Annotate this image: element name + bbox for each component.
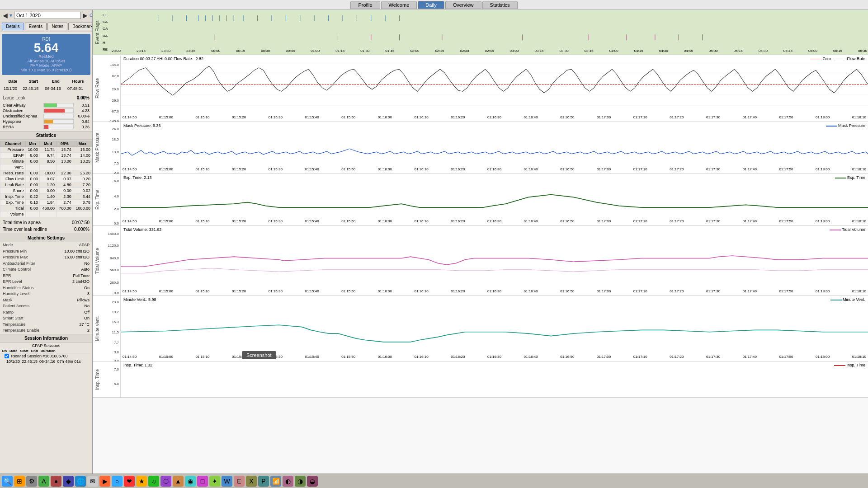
taskbar-browser[interactable]: 🌐 — [75, 476, 86, 487]
stat-col-channel: Channel — [0, 141, 26, 147]
large-leak-section: Large Leak 0.00% — [0, 94, 92, 102]
go-today-icon[interactable]: ⟳ — [90, 12, 93, 19]
taskbar-app3[interactable]: ◆ — [63, 476, 74, 487]
minute-vent-chart[interactable]: Minute Vent. 23.0 19.2 15.3 11.5 7.7 3.8… — [93, 296, 868, 361]
taskbar-wifi[interactable]: 📶 — [270, 476, 281, 487]
taskbar-app2[interactable]: ● — [51, 476, 61, 487]
session-checkbox[interactable] — [5, 354, 9, 358]
flow-rate-header: Duration 00:03:27 AHI 0.00 Flow Rate: -2… — [123, 56, 203, 61]
taskbar-app20[interactable]: ◒ — [307, 476, 318, 487]
next-date-arrow[interactable]: ▶ — [83, 12, 88, 19]
overview-chart[interactable] — [111, 10, 868, 47]
taskbar-app5[interactable]: ○ — [112, 476, 123, 487]
tab-statistics[interactable]: Statistics — [482, 1, 518, 9]
exp-time-y-axis: 6.0 4.0 2.0 0.0 — [102, 174, 121, 225]
exp-time-legend: Exp. Time — [835, 175, 865, 180]
notes-button[interactable]: Notes — [47, 23, 67, 30]
taskbar-app4[interactable]: ▶ — [99, 476, 110, 487]
event-flags-label: Event Flags — [93, 10, 102, 55]
exp-time-svg — [121, 174, 868, 225]
taskbar-app15[interactable]: E — [234, 476, 245, 487]
table-row: EPAP8.009.7413.7414.00 — [0, 153, 92, 159]
machine-settings-title: Machine Settings — [0, 234, 92, 242]
flow-rate-chart[interactable]: Flow Rate 145.0 87.0 29.0 -29.0 -87.0 -1… — [93, 55, 868, 122]
flow-rate-svg-area[interactable]: Duration 00:03:27 AHI 0.00 Flow Rate: -2… — [121, 55, 868, 122]
mask-pressure-time-axis: 01:14:5001:15:0001:15:1001:15:2001:15:30… — [121, 167, 868, 174]
apnea-total-label: Total time in apnea — [3, 219, 41, 226]
details-button[interactable]: Details — [2, 23, 24, 30]
taskbar-app13[interactable]: ✦ — [209, 476, 220, 487]
taskbar-app19[interactable]: ◑ — [295, 476, 306, 487]
rdi-box: RDI 5.64 ResMed AirSense 10 AutoSet PAP … — [2, 34, 90, 75]
date-input[interactable] — [14, 12, 81, 19]
taskbar-app14[interactable]: W — [222, 476, 232, 487]
events-button[interactable]: Events — [25, 23, 47, 30]
tab-welcome[interactable]: Welcome — [381, 1, 417, 9]
taskbar-app16[interactable]: X — [246, 476, 257, 487]
taskbar-app9[interactable]: ⬡ — [160, 476, 171, 487]
taskbar-mail[interactable]: ✉ — [87, 476, 98, 487]
flow-rate-svg — [121, 55, 868, 122]
tidal-volume-header: Tidal Volume: 331.62 — [123, 227, 161, 232]
taskbar-app17[interactable]: P — [258, 476, 269, 487]
device-model: AirSense 10 AutoSet — [4, 59, 89, 63]
prev-date-arrow[interactable]: ◀ — [3, 12, 8, 19]
table-row: Tidal0.00460.00760.001080.00 — [0, 206, 92, 211]
apnea-info: Total time in apnea 00:07:50 Time over l… — [0, 218, 92, 234]
taskbar-app18[interactable]: ◐ — [283, 476, 293, 487]
flow-rate-time-axis: 01:14:5001:15:0001:15:1001:15:2001:15:30… — [121, 115, 868, 122]
taskbar-app8[interactable]: ♫ — [148, 476, 159, 487]
session-start: 22:46:15 — [23, 86, 44, 92]
flag-ua: UA — [103, 34, 110, 38]
insp-time-chart[interactable]: Insp. Time 7.0 5.8 Insp. Time: 1.32 Insp… — [93, 361, 868, 398]
machine-settings-list: ModeAPAP Pressure Min10.00 cmH2O Pressur… — [0, 242, 92, 334]
table-row: Leak Rate0.001.204.807.20 — [0, 182, 92, 188]
event-unclassified: Unclassified Apnea 0.00% — [3, 114, 90, 118]
tidal-volume-legend: Tidal Volume — [830, 227, 865, 232]
minute-vent-label: Minute Vent. — [93, 296, 102, 361]
taskbar-app1[interactable]: A — [38, 476, 49, 487]
exp-time-svg-area[interactable]: Exp. Time: 2.13 Exp. Time 01:14:5001:15:… — [121, 174, 868, 225]
tidal-volume-svg-area[interactable]: Tidal Volume: 331.62 Tidal Volume 01:14:… — [121, 226, 868, 296]
taskbar-system-prefs[interactable]: ⚙ — [26, 476, 37, 487]
sidebar: ◀ ▾ ▶ ⟳ Details Events Notes Bookmarks R… — [0, 10, 93, 474]
minute-vent-svg-area[interactable]: Minute Vent.: 5.98 Minute Vent. 01:14:50… — [121, 296, 868, 361]
mask-pressure-chart[interactable]: Mask Pressure 24.0 18.5 13.0 7.5 2.0 Mas… — [93, 122, 868, 174]
taskbar-app12[interactable]: □ — [197, 476, 208, 487]
tab-daily[interactable]: Daily — [418, 1, 444, 9]
insp-time-svg-area[interactable]: Insp. Time: 1.32 Insp. Time — [121, 361, 868, 397]
tab-overview[interactable]: Overview — [445, 1, 481, 9]
session-end: 06-34:16 — [45, 86, 66, 92]
event-bars: Clear Airway 0.51 Obstructive 4.23 Uncla… — [0, 102, 92, 131]
tidal-volume-chart[interactable]: Tidal Volume 1400.0 1120.0 840.0 560.0 2… — [93, 226, 868, 296]
insp-time-label: Insp. Time — [93, 361, 102, 397]
taskbar-app6[interactable]: ❤ — [124, 476, 135, 487]
session-info-subtitle: CPAP Sessions — [0, 343, 92, 349]
flow-rate-y-axis: 145.0 87.0 29.0 -29.0 -87.0 -145.0 — [102, 55, 121, 122]
table-row: Volume — [0, 211, 92, 217]
stat-col-95: 95% — [56, 141, 73, 147]
flag-re: RE — [103, 47, 110, 52]
flag-ca: CA — [103, 20, 110, 24]
mask-pressure-label: Mask Pressure — [93, 122, 102, 174]
taskbar-launchpad[interactable]: ⊞ — [14, 476, 25, 487]
mask-pressure-y-axis: 24.0 18.5 13.0 7.5 2.0 — [102, 122, 121, 174]
taskbar-app10[interactable]: ▲ — [173, 476, 184, 487]
main-chart-area: Event Flags LL CA OA UA H RE — [93, 10, 868, 474]
tab-profile[interactable]: Profile — [350, 1, 380, 9]
mask-pressure-svg — [121, 122, 868, 174]
exp-time-time-axis: 01:14:5001:15:0001:15:1001:15:2001:15:30… — [121, 219, 868, 225]
taskbar-app11[interactable]: ◉ — [185, 476, 196, 487]
exp-time-chart[interactable]: Exp. Time 6.0 4.0 2.0 0.0 Exp. Time: 2.1… — [93, 174, 868, 226]
session-detail-start: 22:46:15 — [22, 359, 38, 364]
top-navigation: Profile Welcome Daily Overview Statistic… — [0, 0, 868, 10]
taskbar-finder[interactable]: 🔍 — [2, 476, 13, 487]
svg-rect-1 — [111, 10, 868, 47]
mask-pressure-header: Mask Pressure: 9.36 — [123, 123, 161, 128]
flag-ll: LL — [103, 13, 110, 17]
mask-pressure-svg-area[interactable]: Mask Pressure: 9.36 Mask Pressure 01:14:… — [121, 122, 868, 174]
apnea-leak-label: Time over leak redline — [3, 226, 47, 233]
taskbar-app7[interactable]: ★ — [136, 476, 147, 487]
apnea-total-value: 00:07:50 — [72, 219, 90, 226]
bookmarks-button[interactable]: Bookmarks — [68, 23, 93, 30]
